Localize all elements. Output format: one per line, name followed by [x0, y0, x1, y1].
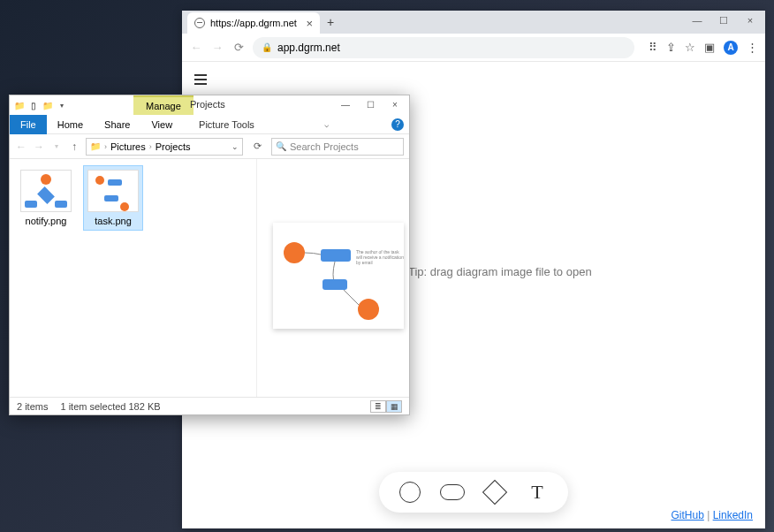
ribbon-expand-icon[interactable]: ⌵ — [324, 120, 329, 129]
nav-forward-button[interactable]: → — [33, 141, 45, 153]
nav-recent-dropdown[interactable]: ▾ — [50, 142, 63, 150]
explorer-window-controls: — ☐ × — [333, 95, 407, 113]
file-name: notify.png — [26, 216, 67, 226]
url-field[interactable]: 🔒 app.dgrm.net — [253, 37, 634, 58]
view-details-button[interactable]: ≣ — [370, 400, 386, 413]
kebab-menu-icon[interactable]: ⋮ — [747, 41, 758, 54]
url-text: app.dgrm.net — [277, 42, 340, 54]
new-tab-button[interactable]: + — [327, 15, 334, 29]
folder-icon: 📁 — [13, 99, 26, 111]
search-icon: 🔍 — [276, 141, 286, 151]
translate-icon[interactable]: ⠿ — [649, 41, 657, 54]
breadcrumb-bar[interactable]: 📁 › Pictures › Projects ⌄ — [86, 138, 243, 156]
browser-tab[interactable]: https://app.dgrm.net × — [187, 12, 320, 34]
file-explorer-window: 📁 ▯ 📁 ▾ Manage Projects — ☐ × File Home … — [9, 95, 410, 415]
status-selection: 1 item selected 182 KB — [60, 401, 160, 412]
address-bar: ← → ⟳ 🔒 app.dgrm.net ⠿ ⇪ ☆ ▣ A ⋮ — [182, 34, 765, 62]
shape-rounded-rect-button[interactable] — [439, 479, 466, 505]
globe-icon — [194, 18, 205, 28]
ribbon: File Home Share View Picture Tools ⌵ ? — [10, 115, 409, 134]
preview-pane: The author of the task will receive a no… — [257, 159, 409, 397]
explorer-body: notify.png task.png The author of the ta… — [10, 159, 409, 397]
close-tab-icon[interactable]: × — [306, 17, 313, 30]
explorer-titlebar[interactable]: 📁 ▯ 📁 ▾ Manage Projects — ☐ × — [10, 95, 409, 115]
linkedin-link[interactable]: LinkedIn — [713, 509, 753, 521]
tab-title: https://app.dgrm.net — [210, 18, 297, 28]
shape-palette: T — [379, 472, 568, 513]
file-item[interactable]: task.png — [84, 166, 142, 230]
share-icon[interactable]: ⇪ — [666, 41, 676, 54]
file-name: task.png — [95, 216, 132, 226]
qat-dropdown[interactable]: ▾ — [56, 99, 68, 111]
file-list[interactable]: notify.png task.png — [10, 159, 257, 397]
preview-caption: The author of the task will receive a no… — [356, 249, 404, 265]
status-bar: 2 items 1 item selected 182 KB ≣ ▦ — [10, 397, 409, 414]
explorer-address-row: ← → ▾ ↑ 📁 › Pictures › Projects ⌄ ⟳ 🔍 Se… — [10, 134, 409, 159]
shape-circle-button[interactable] — [397, 479, 423, 505]
file-thumbnail — [87, 170, 139, 212]
extensions-icon[interactable]: ▣ — [704, 41, 715, 54]
profile-avatar[interactable]: A — [724, 41, 738, 55]
ribbon-tab-file[interactable]: File — [10, 115, 47, 134]
ribbon-tab-home[interactable]: Home — [47, 115, 94, 134]
refresh-button[interactable]: ⟳ — [248, 141, 266, 152]
ribbon-tab-view[interactable]: View — [140, 115, 183, 134]
ribbon-tab-picture-tools[interactable]: Picture Tools — [188, 115, 265, 134]
lock-icon: 🔒 — [262, 42, 272, 52]
tab-strip: https://app.dgrm.net × + — ☐ × — [182, 11, 765, 34]
shape-diamond-button[interactable] — [482, 479, 508, 505]
close-button[interactable]: × — [383, 95, 407, 113]
back-button[interactable]: ← — [189, 41, 203, 54]
bookmark-icon[interactable]: ☆ — [685, 41, 695, 54]
preview-image: The author of the task will receive a no… — [273, 223, 404, 329]
breadcrumb-projects[interactable]: Projects — [156, 141, 191, 152]
view-icons-button[interactable]: ▦ — [386, 400, 402, 413]
close-window-button[interactable]: × — [737, 11, 763, 30]
github-link[interactable]: GitHub — [671, 509, 703, 521]
search-input[interactable]: 🔍 Search Projects — [271, 138, 404, 156]
path-dropdown-icon[interactable]: ⌄ — [231, 142, 239, 151]
minimize-button[interactable]: — — [333, 95, 358, 113]
ribbon-context-tab[interactable]: Manage — [133, 95, 194, 115]
forward-button[interactable]: → — [210, 41, 224, 54]
window-title: Projects — [190, 99, 225, 110]
maximize-button[interactable]: ☐ — [710, 11, 737, 30]
ribbon-tab-share[interactable]: Share — [94, 115, 140, 134]
hamburger-menu-button[interactable] — [191, 71, 210, 88]
breadcrumb-pictures[interactable]: Pictures — [110, 141, 146, 152]
footer-separator: | — [704, 509, 713, 521]
shape-text-button[interactable]: T — [524, 479, 550, 505]
search-placeholder: Search Projects — [290, 141, 359, 152]
reload-button[interactable]: ⟳ — [231, 41, 246, 54]
qat-separator: ▯ — [27, 99, 40, 111]
file-thumbnail — [20, 170, 72, 212]
minimize-button[interactable]: — — [684, 11, 710, 30]
maximize-button[interactable]: ☐ — [358, 95, 383, 113]
nav-back-button[interactable]: ← — [15, 141, 27, 153]
folder-icon: 📁 — [42, 99, 54, 111]
nav-up-button[interactable]: ↑ — [68, 141, 80, 153]
tip-text: Tip: drag diagram image file to open — [408, 265, 592, 278]
status-item-count: 2 items — [17, 401, 48, 412]
file-item[interactable]: notify.png — [17, 166, 75, 230]
chevron-right-icon[interactable]: › — [104, 142, 107, 151]
help-icon[interactable]: ? — [391, 118, 404, 131]
browser-window-controls: — ☐ × — [684, 11, 763, 30]
folder-icon: 📁 — [90, 141, 101, 151]
quick-access-toolbar: 📁 ▯ 📁 ▾ — [10, 99, 68, 111]
view-toggle: ≣ ▦ — [370, 400, 402, 413]
chevron-right-icon[interactable]: › — [149, 142, 152, 151]
footer-links: GitHub | LinkedIn — [671, 509, 753, 521]
toolbar-right: ⠿ ⇪ ☆ ▣ A ⋮ — [649, 41, 758, 55]
